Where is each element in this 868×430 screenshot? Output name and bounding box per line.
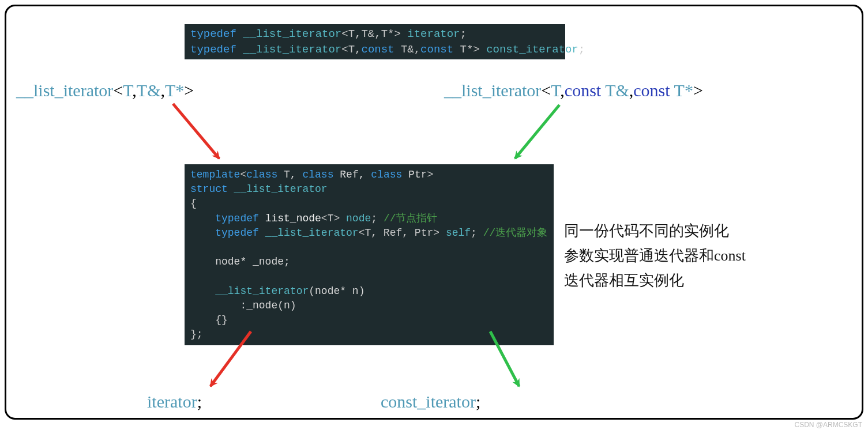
code-typedefs: typedef __list_iterator<T,T&,T*> iterato…	[185, 24, 565, 59]
label-const-instantiation: __list_iterator<T,const T&,const T*>	[444, 81, 703, 100]
kw-typedef: typedef	[190, 28, 236, 40]
label-iterator: iterator;	[147, 392, 202, 412]
explanation-text: 同一份代码不同的实例化 参数实现普通迭代器和const 迭代器相互实例化	[564, 219, 746, 293]
label-const-iterator: const_iterator;	[381, 392, 480, 412]
code-struct-definition: template<class T, class Ref, class Ptr> …	[185, 164, 554, 345]
diagram-canvas: typedef __list_iterator<T,T&,T*> iterato…	[0, 0, 868, 430]
label-nonconst-instantiation: __list_iterator<T,T&,T*>	[16, 81, 194, 100]
type-name: __list_iterator	[243, 28, 341, 40]
watermark: CSDN @ARMCSKGT	[794, 421, 862, 429]
